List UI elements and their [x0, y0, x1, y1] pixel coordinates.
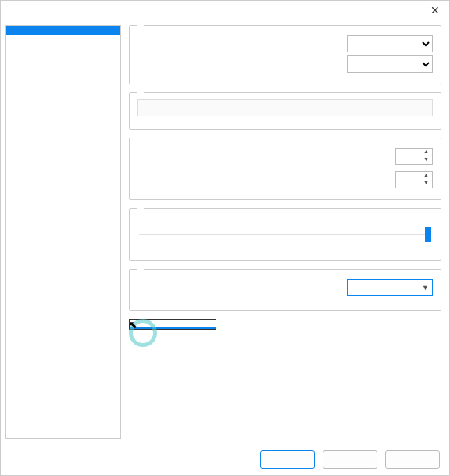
sidebar-item-user-interface[interactable]: [6, 35, 120, 45]
cancel-button[interactable]: [323, 450, 377, 469]
journal-count-input[interactable]: [396, 149, 420, 164]
username-group: [129, 92, 441, 130]
sidebar-item-check-spelling[interactable]: [6, 82, 120, 91]
chevron-down-icon[interactable]: ▼: [420, 180, 432, 188]
view-options-group: ▼: [129, 269, 441, 311]
options-dialog: ✕: [0, 0, 450, 476]
close-icon[interactable]: ✕: [427, 4, 443, 16]
ok-button[interactable]: [260, 450, 315, 469]
journal-age-input[interactable]: [396, 172, 420, 188]
dropdown-item-coordination[interactable]: [130, 327, 216, 329]
dialog-footer: [1, 444, 449, 475]
category-sidebar: [5, 25, 121, 439]
content-pane: ▲▼ ▲▼: [121, 20, 449, 444]
sidebar-item-file-locations[interactable]: [6, 63, 120, 73]
titlebar: ✕: [1, 1, 449, 20]
view-discipline-dropdown[interactable]: [129, 319, 216, 330]
sidebar-item-steeringwheels[interactable]: [6, 91, 120, 101]
sidebar-item-hardware[interactable]: [6, 54, 120, 63]
journal-count-spinner[interactable]: ▲▼: [395, 148, 433, 165]
sync-reminder-select[interactable]: [347, 55, 433, 73]
sidebar-item-viewcube[interactable]: [6, 101, 120, 110]
username-field: [138, 99, 433, 116]
help-button[interactable]: [385, 450, 440, 469]
view-discipline-select[interactable]: ▼: [347, 279, 433, 296]
slider-thumb[interactable]: [425, 227, 431, 242]
journal-group: ▲▼ ▲▼: [129, 138, 441, 200]
chevron-up-icon[interactable]: ▲: [420, 149, 432, 156]
journal-age-spinner[interactable]: ▲▼: [395, 171, 433, 188]
frequency-group: [129, 208, 441, 261]
frequency-slider[interactable]: [139, 221, 431, 249]
chevron-down-icon: ▼: [422, 284, 429, 292]
sidebar-item-rendering[interactable]: [6, 73, 120, 82]
save-reminder-select[interactable]: [347, 35, 433, 52]
chevron-down-icon[interactable]: ▼: [420, 156, 432, 164]
chevron-up-icon[interactable]: ▲: [420, 172, 432, 180]
notifications-group: [129, 25, 441, 84]
sidebar-item-macros[interactable]: [6, 110, 120, 120]
sidebar-item-general[interactable]: [6, 26, 120, 35]
sidebar-item-graphics[interactable]: [6, 45, 120, 54]
slider-track: [139, 234, 431, 235]
